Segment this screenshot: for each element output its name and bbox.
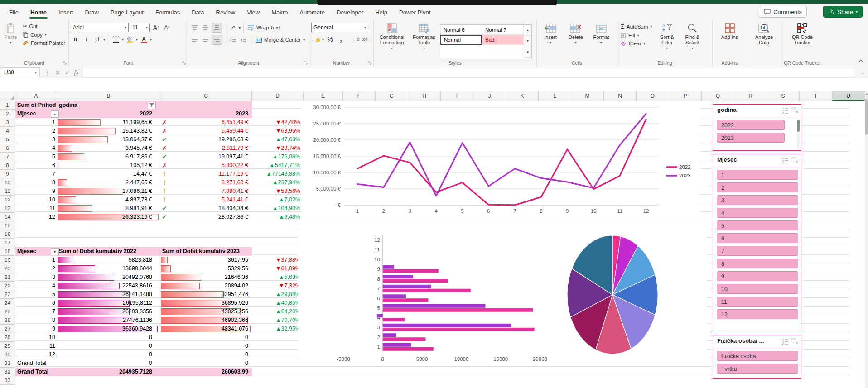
pivot-dobit-subtotal-2022[interactable]: 0 [75,359,152,368]
clear-filter-icon[interactable] [791,338,799,345]
bold-button[interactable]: B [71,35,80,44]
column-header-R[interactable]: R [734,91,767,101]
tab-review[interactable]: Review [211,7,241,19]
tab-formulas[interactable]: Formulas [150,7,185,19]
pivot-prihod-month[interactable]: 5 [0,153,55,161]
font-family-select[interactable]: Arial▾ [71,23,129,32]
pivot-prihod-delta[interactable]: ▲5417,71% [223,161,300,170]
pivot-prihod-month[interactable]: 10 [0,196,55,204]
tab-file[interactable]: File [4,7,24,19]
pivot-dobit-delta[interactable]: ▼61,09% [223,264,300,273]
clear-filter-icon[interactable] [791,107,799,114]
slicer-mjesec-item-8[interactable]: 8 [717,259,798,268]
pivot-prihod-month[interactable]: 3 [0,135,55,144]
pivot-prihod-month[interactable]: 11 [0,204,55,213]
pivot-dobit-value-2022[interactable]: 0 [75,350,152,359]
godina-filter-button[interactable] [148,102,156,109]
fill-color-button[interactable] [125,35,135,44]
pivot-prihod-value-2022[interactable]: 4.897,78 € [75,196,152,204]
tab-automate[interactable]: Automate [294,7,330,19]
merge-center-button[interactable]: Merge & Center▾ [254,37,306,43]
pivot-dobit-delta[interactable]: ▲64,20% [223,307,300,316]
pivot-prihod-2023-header[interactable]: 2023 [171,110,248,118]
column-header-T[interactable]: T [800,91,832,101]
slicer-godina-item-2023[interactable]: 2023 [717,133,785,143]
align-middle-button[interactable] [201,23,210,32]
column-header-E[interactable]: E [304,91,343,101]
column-header-C[interactable]: C [160,91,252,101]
wrap-text-button[interactable]: Wrap Text [246,24,281,31]
column-header-M[interactable]: M [571,91,604,101]
align-left-button[interactable] [190,35,199,44]
tab-developer[interactable]: Developer [331,7,369,19]
column-header-K[interactable]: K [506,91,539,101]
pivot-dobit-grand-2023[interactable]: 260603,99 [171,368,248,376]
align-bottom-button[interactable] [212,23,222,33]
font-color-button[interactable]: A [139,35,149,44]
pivot-dobit-value-2022[interactable]: 26195,8112 [75,299,152,307]
gallery-up-icon[interactable]: ▲ [524,25,531,36]
insert-function-icon[interactable]: fx [74,69,78,76]
pivot-prihod-delta[interactable]: ▲237,94% [223,178,300,187]
underline-button[interactable]: U [92,35,102,44]
delete-cells-button[interactable]: Delete ▾ [564,21,588,58]
row-header-32[interactable]: 32 [0,368,15,376]
pivot-field-godina[interactable]: godina [59,101,77,110]
pivot-prihod-value-2022[interactable]: 26.323,19 € [75,213,152,221]
formula-input[interactable] [83,67,855,78]
comma-style-button[interactable]: , [336,35,346,44]
column-header-G[interactable]: G [376,91,408,101]
increase-decimal-button[interactable]: ←.0 [351,35,361,44]
slicer-mjesec-item-1[interactable]: 1 [717,170,798,180]
column-header-F[interactable]: F [343,91,376,101]
pivot-prihod-delta[interactable]: ▲176,06% [223,153,300,161]
pivot-prihod-value-2022[interactable]: 2.447,65 € [75,178,152,187]
pivot-dobit-value-2022[interactable]: 0 [75,333,152,342]
pivot-prihod-month[interactable]: 6 [0,161,55,170]
percent-style-button[interactable]: % [325,35,335,44]
select-all-corner[interactable] [0,91,15,101]
cell-style-normal-6[interactable]: Normal 6 [440,25,482,35]
format-as-table-button[interactable]: Format as Table ▾ [410,21,438,58]
pivot-prihod-delta[interactable]: ▲77143,88% [223,170,300,178]
slicer-mjesec-item-5[interactable]: 5 [717,220,798,230]
cell-style-bad[interactable]: Bad [482,35,524,45]
row-header-16[interactable]: 16 [0,230,15,239]
orientation-button[interactable] [228,23,237,32]
tab-help[interactable]: Help [370,7,393,19]
pivot-dobit-value-2022[interactable]: 22543,8616 [75,282,152,290]
slicer-mjesec-item-12[interactable]: 12 [717,309,798,319]
pivot-prihod-delta[interactable]: ▲7,02% [223,196,300,204]
confirm-entry-icon[interactable]: ✓ [65,69,70,76]
decrease-decimal-button[interactable]: .00→ [362,35,371,44]
comments-button[interactable]: Comments [759,6,807,18]
tab-view[interactable]: View [241,7,265,19]
pivot-prihod-2022-header[interactable]: 2022 [75,110,152,118]
cell-style-normal[interactable]: Normal [440,35,482,45]
pivot-prihod-value-2022[interactable]: 14,47 € [75,170,152,178]
column-header-U[interactable]: U [832,91,865,101]
tab-draw[interactable]: Draw [80,7,104,19]
column-header-I[interactable]: I [441,91,473,101]
decrease-font-button[interactable]: A˅ [162,23,172,32]
pivot-dobit-value-2023[interactable]: 0 [171,350,248,359]
slicer-mjesec-item-9[interactable]: 9 [717,271,798,281]
column-header-O[interactable]: O [637,91,669,101]
conditional-formatting-button[interactable]: Conditional Formatting ▾ [376,21,408,58]
multi-select-icon[interactable] [781,338,789,345]
sort-filter-button[interactable]: AZ Sort & Filter ▾ [655,21,679,58]
borders-button[interactable] [111,35,121,44]
pivot-dobit-month[interactable]: 1 [0,256,55,264]
pivot-dobit-value-2022[interactable]: 0 [75,342,152,350]
pivot-prihod-delta[interactable]: ▲104,90% [223,204,300,213]
pivot-prihod-month[interactable]: 7 [0,170,55,178]
slicer-mjesec-item-7[interactable]: 7 [717,246,798,256]
vertical-scrollbar[interactable] [865,91,868,388]
slicer-godina-item-2022[interactable]: 2022 [717,120,785,130]
gallery-down-icon[interactable]: ▼ [524,36,531,47]
pivot-dobit-month[interactable]: 4 [0,282,55,290]
tab-home[interactable]: Home [25,7,52,19]
insert-cells-button[interactable]: Insert ▾ [539,21,562,58]
pivot-dobit-delta[interactable]: ▼37,88% [223,256,300,264]
number-format-select[interactable]: General▾ [311,23,368,32]
